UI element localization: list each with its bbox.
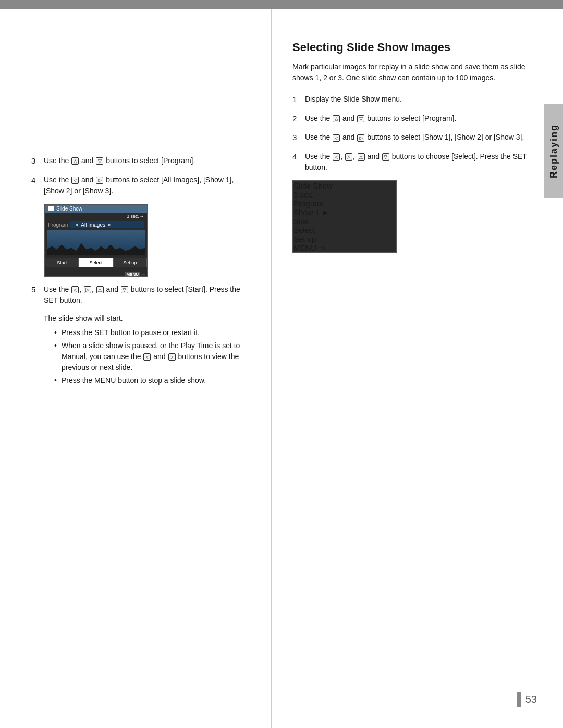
page-number: 53 [525, 694, 537, 706]
left-btn-r4: ◁ [333, 153, 340, 161]
step-4-text: Use the ◁ and ▷ buttons to select [All I… [44, 175, 250, 196]
up-button-icon: △ [71, 157, 79, 165]
right-button-icon: ▷ [96, 177, 103, 184]
right-arrow: ► [107, 222, 112, 227]
screen2-tab-start: Start [293, 217, 396, 226]
menu-box: MENU [125, 272, 140, 277]
screen1-value: All Images [81, 222, 105, 228]
intro-text: Mark particular images for replay in a s… [292, 61, 532, 83]
camera-screen-1: Slide Show 3 sec.→ Program ◄ All Images … [44, 204, 148, 277]
step-4-number: 4 [31, 175, 44, 187]
right-step-1-num: 1 [292, 94, 305, 106]
main-content: 3 Use the △ and ▽ buttons to select [Pro… [0, 9, 563, 728]
down-button-icon: ▽ [96, 157, 103, 165]
screen2-right-arrow: ► [322, 208, 329, 217]
down-btn-r4: ▽ [382, 153, 389, 161]
menu-arrow-2: ⇒ [319, 243, 325, 252]
camera-screen-2: Slide Show 3 sec.→ Program Show 1 ► Star… [292, 180, 397, 253]
step-3-number: 3 [31, 155, 44, 167]
screen2-tab-setup: Set up [293, 235, 396, 243]
right-btn-r3: ▷ [357, 134, 364, 142]
right-step-2-num: 2 [292, 113, 305, 125]
screen2-value: Show 1 [293, 208, 320, 217]
bullet-3: Press the MENU button to stop a slide sh… [56, 375, 250, 386]
step-3: 3 Use the △ and ▽ buttons to select [Pro… [31, 155, 250, 167]
page-number-bar [517, 692, 521, 707]
step-5-text: Use the ◁, ▷, △ and ▽ buttons to select … [44, 284, 250, 306]
screen1-tab-setup: Set up [113, 258, 147, 267]
right-step-4-num: 4 [292, 151, 305, 163]
screen1-bottom-tabs: Start Select Set up [45, 258, 147, 267]
right-step-3-num: 3 [292, 132, 305, 144]
page-number-container: 53 [517, 692, 537, 707]
screen1-program-label: Program [48, 222, 68, 228]
screen2-program-label: Program [293, 199, 324, 208]
slide-show-icon [48, 206, 54, 211]
section-title: Selecting Slide Show Images [292, 41, 532, 54]
right-step-3: 3 Use the ◁ and ▷ buttons to select [Sho… [292, 132, 532, 144]
screen1-timer: 3 sec.→ [45, 213, 147, 220]
right-btn-5: ▷ [84, 286, 91, 293]
screen1-menu-bar: Slide Show [45, 205, 147, 213]
up-btn-r4: △ [358, 153, 365, 161]
left-column: 3 Use the △ and ▽ buttons to select [Pro… [0, 9, 271, 728]
screen1-tab-start: Start [45, 258, 79, 267]
screen1-menu-icon-row: MENU ⇒ [45, 267, 147, 277]
bullet-1: Press the SET button to pause or restart… [56, 327, 250, 338]
right-column: Selecting Slide Show Images Mark particu… [271, 9, 563, 728]
step-5-detail: The slide show will start. Press the SET… [31, 313, 250, 386]
right-step-2-text: Use the △ and ▽ buttons to select [Progr… [305, 113, 456, 124]
right-btn-r4: ▷ [345, 153, 352, 161]
up-btn-r2: △ [333, 115, 340, 122]
right-step-4: 4 Use the ◁, ▷, △ and ▽ buttons to choos… [292, 151, 532, 173]
step-5: 5 Use the ◁, ▷, △ and ▽ buttons to selec… [31, 284, 250, 306]
step-3-text: Use the △ and ▽ buttons to select [Progr… [44, 155, 195, 166]
step-5-subtext: The slide show will start. [44, 313, 250, 324]
down-btn-r2: ▽ [357, 115, 364, 122]
city-silhouette [47, 240, 145, 256]
right-step-2: 2 Use the △ and ▽ buttons to select [Pro… [292, 113, 532, 125]
screen2-menu-icon: MENU ⇒ [293, 243, 325, 252]
screen2-menu-bar: Slide Show [293, 181, 396, 190]
screen2-menu-label: Slide Show [293, 181, 333, 190]
screen1-value-box: ◄ All Images ► [70, 221, 144, 228]
left-btn-b2: ◁ [143, 353, 151, 361]
step-4: 4 Use the ◁ and ▷ buttons to select [All… [31, 175, 250, 196]
right-step-3-text: Use the ◁ and ▷ buttons to select [Show … [305, 132, 524, 143]
right-step-1: 1 Display the Slide Show menu. [292, 94, 532, 106]
left-btn-5: ◁ [71, 286, 79, 293]
screen1-menu-label: Slide Show [56, 206, 82, 212]
menu-box-2: MENU [293, 243, 316, 252]
up-btn-5: △ [96, 286, 104, 293]
screen2-tab-select: Select [293, 226, 396, 235]
screen1-program-row: Program ◄ All Images ► [45, 220, 147, 230]
screen2-program-row: Program Show 1 ► [293, 199, 396, 217]
screen2-bottom-tabs: Start Select Set up [293, 217, 396, 243]
screen2-menu-icon-row: MENU ⇒ [293, 243, 396, 253]
screen1-image-area [47, 230, 145, 256]
screen1-menu-icon: MENU ⇒ [125, 272, 145, 277]
left-button-icon: ◁ [71, 177, 79, 184]
screen2-value-box: Show 1 ► [293, 208, 396, 217]
step-5-bullets: Press the SET button to pause or restart… [44, 327, 250, 386]
bullet-2: When a slide show is paused, or the Play… [56, 340, 250, 373]
right-btn-b2: ▷ [168, 353, 176, 361]
menu-arrow: ⇒ [141, 272, 145, 277]
screen1-tab-select: Select [79, 258, 113, 267]
screen2-timer: 3 sec.→ [293, 190, 396, 199]
down-btn-5: ▽ [121, 286, 128, 293]
right-step-4-text: Use the ◁, ▷, △ and ▽ buttons to choose … [305, 151, 532, 173]
top-bar [0, 0, 563, 9]
right-step-1-text: Display the Slide Show menu. [305, 94, 402, 105]
left-btn-r3: ◁ [333, 134, 340, 142]
left-arrow: ◄ [74, 222, 79, 227]
step-5-number: 5 [31, 284, 44, 296]
